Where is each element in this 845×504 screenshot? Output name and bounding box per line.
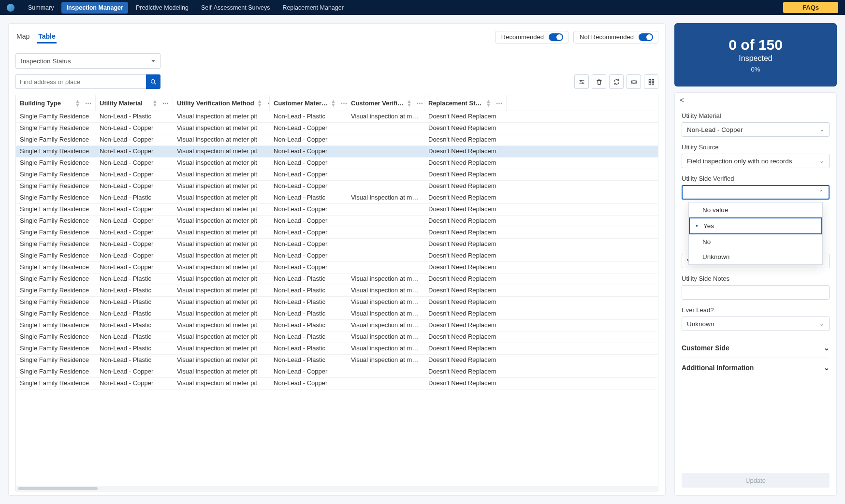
table-cell: Visual inspection at meter … — [347, 111, 424, 122]
table-row[interactable]: Single Family ResidenceNon-Lead - Plasti… — [16, 111, 658, 123]
table-cell: Single Family Residence — [16, 366, 96, 377]
toggle-not-recommended[interactable]: Not Recommended — [573, 31, 658, 43]
table-cell: Visual inspection at meter pit — [173, 274, 270, 285]
table-row[interactable]: Single Family ResidenceNon-Lead - Plasti… — [16, 331, 658, 343]
table-row[interactable]: Single Family ResidenceNon-Lead - Copper… — [16, 262, 658, 274]
additional-info-section[interactable]: Additional Information ⌄ — [682, 358, 830, 377]
table-cell — [347, 216, 424, 227]
update-button[interactable]: Update — [682, 473, 830, 488]
table-cell: Non-Lead - Plastic — [96, 320, 173, 331]
table-cell: Single Family Residence — [16, 250, 96, 261]
table-row[interactable]: Single Family ResidenceNon-Lead - Copper… — [16, 146, 658, 158]
collapse-button[interactable]: < — [680, 96, 684, 104]
search-button[interactable] — [146, 74, 160, 89]
status-pct: 0% — [679, 66, 832, 73]
table-cell: Visual inspection at meter … — [347, 274, 424, 285]
table-row[interactable]: Single Family ResidenceNon-Lead - Plasti… — [16, 285, 658, 297]
table-row[interactable]: Single Family ResidenceNon-Lead - Copper… — [16, 366, 658, 378]
table-row[interactable]: Single Family ResidenceNon-Lead - Copper… — [16, 134, 658, 146]
dropdown-option[interactable]: Yes — [689, 217, 822, 234]
table-cell: Non-Lead - Copper — [96, 181, 173, 192]
nav-inspection-manager[interactable]: Inspection Manager — [61, 2, 128, 14]
table-row[interactable]: Single Family ResidenceNon-Lead - Copper… — [16, 250, 658, 262]
column-header[interactable]: Customer Verifi…▲▼⋯ — [347, 95, 424, 111]
table-row[interactable]: Single Family ResidenceNon-Lead - Plasti… — [16, 308, 658, 320]
utility-notes-input[interactable] — [682, 285, 830, 300]
table-row[interactable]: Single Family ResidenceNon-Lead - Copper… — [16, 181, 658, 192]
table-cell: Non-Lead - Plastic — [96, 331, 173, 343]
utility-source-select[interactable]: Field inspection only with no records ⌄ — [682, 154, 830, 168]
utility-verified-select[interactable]: ⌃ — [682, 185, 830, 200]
table-row[interactable]: Single Family ResidenceNon-Lead - Copper… — [16, 239, 658, 250]
table-cell — [347, 366, 424, 377]
table-cell: Non-Lead - Copper — [96, 123, 173, 134]
table-cell: Visual inspection at meter pit — [173, 378, 270, 389]
view-tab-map[interactable]: Map — [15, 30, 30, 43]
view-tab-table[interactable]: Table — [37, 30, 57, 43]
dropdown-option[interactable]: No — [689, 234, 822, 249]
chevron-down-icon: ⌄ — [819, 320, 824, 327]
table-row[interactable]: Single Family ResidenceNon-Lead - Copper… — [16, 158, 658, 169]
more-icon[interactable]: ⋯ — [496, 100, 502, 107]
chevron-down-icon: ⌄ — [819, 158, 824, 164]
table-row[interactable]: Single Family ResidenceNon-Lead - Copper… — [16, 378, 658, 389]
table-row[interactable]: Single Family ResidenceNon-Lead - Copper… — [16, 169, 658, 181]
nav-self-assessment-surveys[interactable]: Self-Assessment Surveys — [196, 2, 275, 14]
grid-button[interactable] — [644, 74, 658, 89]
ever-lead-select[interactable]: Unknown ⌄ — [682, 317, 830, 331]
column-header[interactable]: Replacement St…▲▼⋯ — [424, 95, 507, 111]
faq-button[interactable]: FAQs — [783, 2, 838, 13]
table-row[interactable]: Single Family ResidenceNon-Lead - Plasti… — [16, 297, 658, 308]
table-row[interactable]: Single Family ResidenceNon-Lead - Copper… — [16, 216, 658, 227]
column-header[interactable]: Utility Material▲▼⋯ — [96, 95, 173, 111]
table-cell: Visual inspection at meter pit — [173, 146, 270, 157]
utility-verified-input[interactable] — [687, 189, 819, 196]
table-row[interactable]: Single Family ResidenceNon-Lead - Plasti… — [16, 274, 658, 285]
table-row[interactable]: Single Family ResidenceNon-Lead - Plasti… — [16, 192, 658, 204]
customer-side-section[interactable]: Customer Side ⌄ — [682, 338, 830, 358]
delete-button[interactable] — [592, 74, 606, 89]
table-cell: Non-Lead - Plastic — [270, 331, 347, 343]
column-header[interactable]: Utility Verification Method▲▼⋯ — [173, 95, 270, 111]
table-row[interactable]: Single Family ResidenceNon-Lead - Plasti… — [16, 320, 658, 331]
table-row[interactable]: Single Family ResidenceNon-Lead - Copper… — [16, 227, 658, 239]
switch-icon — [549, 33, 563, 41]
table-row[interactable]: Single Family ResidenceNon-Lead - Plasti… — [16, 343, 658, 355]
filter-adjust-button[interactable] — [574, 74, 589, 89]
column-header[interactable]: Building Type▲▼⋯ — [16, 95, 96, 111]
utility-material-select[interactable]: Non-Lead - Copper ⌄ — [682, 122, 830, 137]
more-icon[interactable]: ⋯ — [85, 100, 91, 107]
table-cell: Non-Lead - Copper — [96, 250, 173, 261]
table-cell: Visual inspection at meter pit — [173, 366, 270, 377]
column-header[interactable]: Customer Mater…▲▼⋯ — [270, 95, 347, 111]
more-icon[interactable]: ⋯ — [162, 100, 169, 107]
table-cell: Doesn't Need Replacem — [424, 111, 507, 122]
ever-lead-label: Ever Lead? — [682, 306, 830, 314]
utility-notes-label: Utility Side Notes — [682, 275, 830, 282]
table-cell: Non-Lead - Copper — [96, 169, 173, 180]
dropdown-option[interactable]: Unknown — [689, 249, 822, 264]
table-cell — [347, 123, 424, 134]
table-row[interactable]: Single Family ResidenceNon-Lead - Copper… — [16, 123, 658, 134]
more-icon[interactable]: ⋯ — [341, 100, 347, 107]
table-row[interactable]: Single Family ResidenceNon-Lead - Plasti… — [16, 355, 658, 366]
nav-predictive-modeling[interactable]: Predictive Modeling — [131, 2, 193, 14]
table-cell: Visual inspection at meter pit — [173, 262, 270, 273]
dropdown-option[interactable]: No value — [689, 202, 822, 217]
search-input[interactable] — [15, 74, 146, 89]
table-cell: Single Family Residence — [16, 274, 96, 285]
toggle-recommended[interactable]: Recommended — [495, 31, 568, 43]
table-cell: Visual inspection at meter pit — [173, 297, 270, 308]
inspection-status-select[interactable]: Inspection Status — [15, 53, 160, 69]
nav-replacement-manager[interactable]: Replacement Manager — [277, 2, 348, 14]
table-row[interactable]: Single Family ResidenceNon-Lead - Copper… — [16, 204, 658, 216]
refresh-button[interactable] — [609, 74, 624, 89]
horizontal-scrollbar[interactable] — [16, 486, 658, 491]
columns-button[interactable] — [626, 74, 641, 89]
table-cell: Doesn't Need Replacem — [424, 285, 507, 296]
table-cell: Non-Lead - Copper — [96, 134, 173, 145]
nav-summary[interactable]: Summary — [23, 2, 58, 14]
table-cell: Visual inspection at meter … — [347, 297, 424, 308]
table-cell: Non-Lead - Copper — [270, 146, 347, 157]
more-icon[interactable]: ⋯ — [417, 100, 423, 107]
